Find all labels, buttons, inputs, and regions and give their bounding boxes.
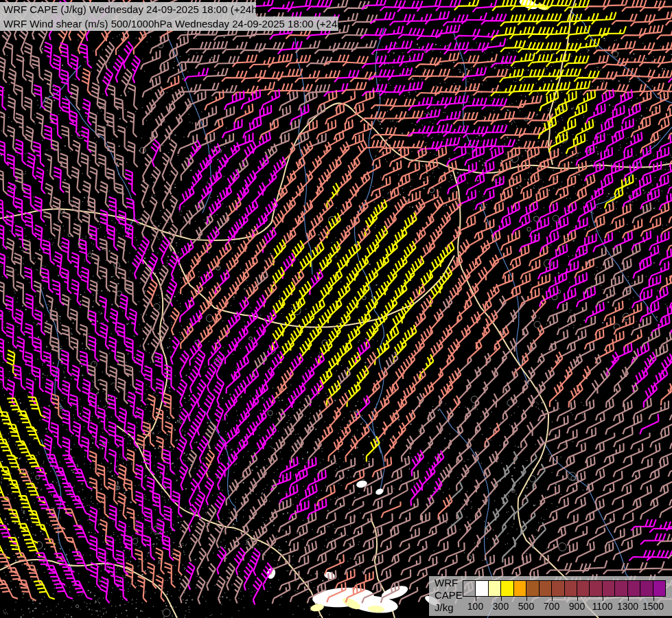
legend-tick-label: 700 bbox=[544, 601, 559, 612]
legend-tick-label: 100 bbox=[467, 601, 483, 612]
map-title-wind-shear: WRF Wind shear (m/s) 500/1000hPa Wednesd… bbox=[0, 16, 338, 31]
map-title-cape: WRF CAPE (J/kg) Wednesday 24-09-2025 18:… bbox=[0, 2, 256, 16]
legend-color-cell bbox=[603, 581, 615, 596]
legend-color-cell bbox=[501, 581, 513, 596]
legend-color-bar bbox=[463, 580, 666, 597]
weather-map-app: WRF CAPE (J/kg) Wednesday 24-09-2025 18:… bbox=[0, 0, 672, 618]
legend-color-cell bbox=[514, 581, 526, 596]
legend-color-cell bbox=[590, 581, 602, 596]
legend-color-cell bbox=[552, 581, 564, 596]
legend-color-cell bbox=[628, 581, 640, 596]
weather-map-canvas bbox=[0, 0, 672, 618]
legend-color-cell bbox=[476, 581, 488, 596]
legend-color-cell bbox=[526, 581, 539, 596]
legend-color-cell bbox=[640, 581, 653, 596]
legend-tick-label: 900 bbox=[569, 601, 585, 612]
legend-title-model: WRF bbox=[435, 577, 463, 589]
legend-color-cell bbox=[615, 581, 627, 596]
legend-tick-label: 300 bbox=[493, 601, 509, 612]
legend-tick-label: 500 bbox=[518, 601, 534, 612]
legend-tick-label: 1100 bbox=[592, 601, 612, 612]
legend-tick-label: 1300 bbox=[617, 601, 638, 612]
legend-title-parameter: CAPE bbox=[435, 589, 463, 602]
cape-legend: WRF CAPE J/kg 10030050070090011001300150… bbox=[429, 576, 672, 616]
legend-tick-label: 1500 bbox=[642, 601, 664, 612]
legend-color-cell bbox=[540, 581, 552, 596]
legend-color-cell bbox=[565, 581, 577, 596]
legend-title-unit: J/kg bbox=[435, 602, 463, 614]
legend-color-cell bbox=[653, 581, 665, 596]
legend-color-cell bbox=[577, 581, 590, 596]
legend-color-cell bbox=[463, 581, 476, 596]
legend-title: WRF CAPE J/kg bbox=[435, 577, 463, 614]
legend-color-cell bbox=[489, 581, 501, 596]
